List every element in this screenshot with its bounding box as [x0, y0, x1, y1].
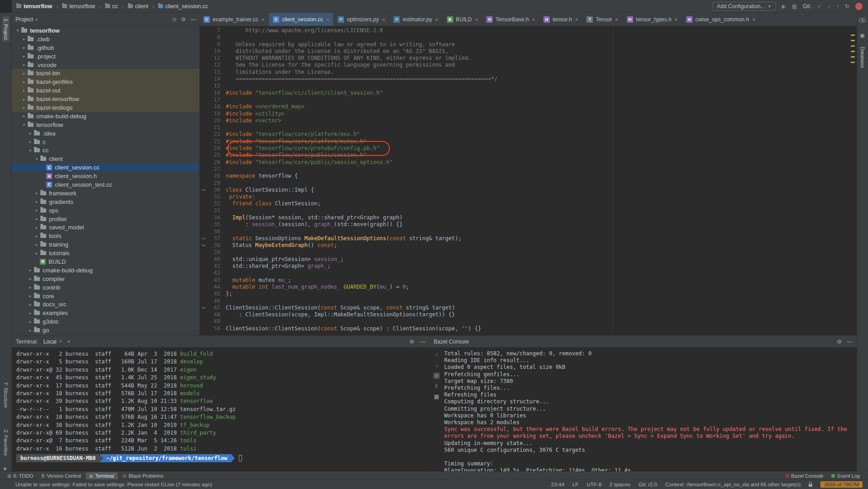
tool-icon-top[interactable]: ▣ — [860, 33, 864, 39]
line-separator-widget[interactable]: LF — [572, 482, 578, 487]
tree-arrow-icon[interactable]: ▾ — [21, 122, 27, 127]
tree-arrow-icon[interactable]: ▾ — [27, 148, 34, 153]
tree-arrow-icon[interactable]: ▾ — [34, 157, 40, 161]
tool-button-favorites[interactable]: 2: Favorites — [2, 427, 10, 458]
tree-arrow-icon[interactable]: ▸ — [27, 311, 34, 315]
hide-panel-icon[interactable]: — — [190, 16, 196, 23]
tree-row[interactable]: ▸.clwb — [12, 35, 199, 44]
soft-wrap-icon[interactable]: ≡ — [433, 373, 439, 379]
editor-tab[interactable]: BBUILD× — [443, 13, 483, 26]
editor-tab[interactable]: TTensor× — [582, 13, 622, 26]
editor-tab[interactable]: Htensor_types.h× — [623, 13, 682, 26]
hide-panel-icon[interactable]: — — [847, 339, 853, 345]
tool-tab-terminal[interactable]: ▣Terminal — [86, 472, 118, 479]
tree-arrow-icon[interactable]: ▸ — [21, 80, 27, 84]
tree-row[interactable]: ▸compiler — [12, 275, 199, 283]
close-tab-icon[interactable]: × — [262, 17, 264, 22]
breadcrumb-item[interactable]: tensorflow — [15, 3, 53, 10]
tool-tab-9-version-control[interactable]: 9: Version Control — [38, 472, 84, 479]
tool-tab-6-todo[interactable]: ▤6: TODO — [4, 472, 37, 479]
editor-tab[interactable]: HTensorBase.h× — [482, 13, 539, 26]
tree-arrow-icon[interactable]: ▸ — [21, 105, 27, 110]
scroll-down-icon[interactable]: ↓ — [435, 362, 438, 368]
terminal-output[interactable]: drwxr-xr-x 2 burness staff 64B Apr 3 201… — [12, 348, 429, 465]
git-branch-widget[interactable]: Git: r2.0 — [639, 482, 657, 487]
tree-row[interactable]: ▸tools — [12, 232, 199, 240]
tree-row[interactable]: ▸docs_src — [12, 300, 199, 309]
tree-row[interactable]: ▾client — [12, 155, 199, 163]
close-tab-icon[interactable]: × — [326, 17, 329, 22]
tree-row[interactable]: Hclient_session.h — [12, 172, 199, 180]
tree-row[interactable]: ▸examples — [12, 309, 199, 317]
tree-arrow-icon[interactable]: ▸ — [27, 268, 34, 272]
run-button[interactable]: ▶ — [782, 3, 786, 10]
breadcrumb-item[interactable]: tensorflow — [61, 3, 96, 10]
tree-arrow-icon[interactable]: ▸ — [34, 234, 40, 238]
tree-arrow-icon[interactable]: ▸ — [21, 88, 27, 93]
clear-console-icon[interactable]: ▦ — [434, 393, 439, 400]
git-revert-icon[interactable]: ↻ — [845, 3, 849, 10]
tree-row[interactable]: ▾tensorflow — [12, 121, 199, 129]
editor-tab[interactable]: Pestimator.py× — [389, 13, 442, 26]
tree-arrow-icon[interactable]: ▸ — [34, 251, 40, 256]
git-push-icon[interactable]: ↑ — [836, 3, 839, 10]
tree-arrow-icon[interactable]: ▸ — [21, 63, 27, 67]
build-grid-icon[interactable]: ▦ — [792, 3, 797, 10]
tree-arrow-icon[interactable]: ▸ — [27, 294, 34, 298]
tree-row[interactable]: ▸profiler — [12, 215, 199, 223]
editor-tab[interactable]: Poptimizers.py× — [334, 13, 389, 26]
tree-arrow-icon[interactable]: ▸ — [34, 225, 40, 230]
tree-row[interactable]: ▸bazel-testlogs — [12, 103, 199, 112]
user-avatar[interactable] — [855, 3, 863, 10]
tree-arrow-icon[interactable]: ▸ — [34, 199, 40, 204]
tree-row[interactable]: ▾cc — [12, 146, 199, 155]
tree-row[interactable]: ▸tutorials — [12, 249, 199, 257]
status-message[interactable]: Unable to save settings: Failed to save … — [15, 482, 212, 487]
tree-row[interactable]: ▸.project — [12, 52, 199, 61]
tree-row[interactable]: ▸go — [12, 326, 199, 334]
lock-icon[interactable] — [809, 484, 812, 487]
settings-gear-icon[interactable]: ⚙ — [181, 16, 186, 23]
tree-arrow-icon[interactable]: ▸ — [21, 54, 27, 58]
tree-row[interactable]: Cclient_session_test.cc — [12, 180, 199, 189]
tree-row[interactable]: ▸c — [12, 138, 199, 146]
memory-indicator[interactable]: 3565 of 7957M — [820, 481, 863, 488]
settings-gear-icon[interactable]: ⚙ — [837, 339, 842, 345]
tree-arrow-icon[interactable]: ▾ — [15, 28, 21, 33]
code-editor[interactable]: 7 http://www.apache.org/licenses/LICENSE… — [199, 26, 857, 335]
tree-arrow-icon[interactable]: ▸ — [34, 217, 40, 221]
close-tab-icon[interactable]: × — [752, 17, 755, 22]
tree-row[interactable]: ▸.vscode — [12, 61, 199, 69]
tool-button-structure[interactable]: 7: Structure — [2, 380, 10, 410]
tree-row[interactable]: ▸bazel-out — [12, 86, 199, 95]
new-terminal-icon[interactable]: + — [67, 339, 70, 345]
tree-row[interactable]: Cclient_session.cc — [12, 163, 199, 172]
tree-row[interactable]: ▸gradients — [12, 198, 199, 206]
tree-row[interactable]: ▸g3doc — [12, 317, 199, 326]
close-tab-icon[interactable]: × — [59, 339, 62, 344]
breadcrumb-item[interactable]: client — [127, 3, 149, 10]
tree-arrow-icon[interactable]: ▸ — [21, 114, 27, 118]
tree-arrow-icon[interactable]: ▸ — [27, 328, 34, 333]
tree-arrow-icon[interactable]: ▸ — [27, 131, 34, 136]
tree-row[interactable]: ▸bazel-tensorflow — [12, 95, 199, 103]
project-panel-title[interactable]: Project — [15, 16, 33, 23]
tree-row[interactable]: ▸cmake-build-debug — [12, 266, 199, 275]
tree-row[interactable]: ▾tensorflow — [12, 26, 199, 35]
tree-row[interactable]: ▸.github — [12, 44, 199, 52]
git-update-icon[interactable]: ↓ — [828, 3, 830, 10]
breadcrumb-item[interactable]: client_session.cc — [157, 3, 209, 10]
tree-arrow-icon[interactable]: ▸ — [21, 97, 27, 102]
close-tab-icon[interactable]: × — [675, 17, 678, 22]
close-tab-icon[interactable]: × — [475, 17, 478, 22]
tree-row[interactable]: ▸saved_model — [12, 223, 199, 232]
tree-row[interactable]: ▸bazel-genfiles — [12, 77, 199, 86]
tool-button-database[interactable]: Database — [859, 44, 866, 70]
tool-tab-bazel-console[interactable]: Bazel Console — [782, 472, 827, 479]
tree-row[interactable]: ▸bazel-bin — [12, 69, 199, 77]
bazel-console-output[interactable]: Total rules: 8582, new/changed: 0, remov… — [444, 348, 853, 471]
tree-arrow-icon[interactable]: ▸ — [27, 276, 34, 281]
tree-row[interactable]: ▸cmake-build-debug — [12, 112, 199, 121]
scroll-up-icon[interactable]: ↑ — [435, 352, 438, 358]
tree-arrow-icon[interactable]: ▸ — [34, 208, 40, 213]
